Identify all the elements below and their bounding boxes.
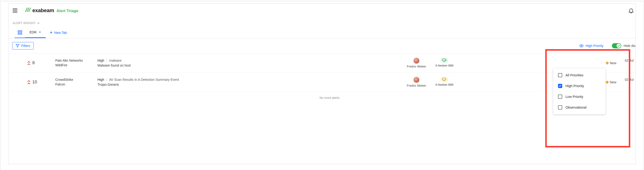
alert-row[interactable]: 10 CrowdStrike Falcon High AV Scan Resul… (8, 73, 636, 92)
priority-option-label: High Priority (566, 84, 584, 88)
priority-option-all[interactable]: All Priorities (553, 70, 605, 81)
device-icon[interactable] (440, 58, 448, 63)
svg-rect-3 (20, 33, 22, 34)
priority-menu: All Priorities High Priority Low Priorit… (553, 68, 605, 114)
entity-user: Fredric Weber (407, 84, 426, 87)
svg-point-4 (581, 45, 582, 46)
tab-new-label: New Tab (54, 31, 67, 35)
alert-source-vendor: CrowdStrike (55, 78, 98, 82)
tab-edr[interactable]: EDR × (25, 27, 46, 38)
entity-device: It-fweber-888 (436, 83, 454, 86)
checkbox-icon (558, 94, 562, 99)
close-icon[interactable]: × (38, 30, 42, 34)
breadcrumb[interactable]: ALERT INSIGHT (8, 17, 636, 27)
alert-category: AV Scan Results In A Detection Summary E… (109, 77, 179, 82)
tab-label: EDR (30, 30, 36, 34)
checkbox-checked-icon (558, 84, 562, 88)
chevron-down-icon (37, 22, 40, 24)
brand: exabeam Alert Triage (25, 7, 78, 13)
checkbox-icon (558, 73, 562, 77)
funnel-icon (16, 44, 20, 48)
tab-strip: EDR × + New Tab (8, 27, 636, 38)
alert-row[interactable]: 8 Palo Alto Networks WildFire High malwa… (8, 54, 636, 73)
priority-option-label: Low Priority (566, 95, 583, 98)
avatar[interactable] (414, 77, 420, 83)
alert-status: New (610, 61, 616, 65)
device-icon[interactable] (440, 77, 448, 82)
svg-rect-2 (18, 33, 20, 34)
priority-option-high[interactable]: High Priority (553, 81, 605, 91)
notifications-icon[interactable] (628, 7, 634, 13)
svg-rect-1 (20, 31, 22, 32)
avatar[interactable] (414, 58, 420, 64)
alert-score: 8 (32, 61, 35, 65)
alert-time: 14: (625, 63, 636, 68)
severity-up-icon (27, 80, 30, 85)
priority-option-label: Observational (566, 105, 586, 109)
alert-date: 02 Jul (625, 58, 636, 63)
status-dot-icon (606, 61, 609, 65)
alert-score: 10 (32, 80, 37, 85)
check-icon (617, 44, 620, 47)
alert-source-vendor: Palo Alto Networks (55, 58, 98, 63)
hide-dismissed-toggle[interactable] (612, 43, 621, 48)
hide-dismissed-control: Hide dismissed (612, 43, 636, 48)
alert-severity: High (98, 58, 104, 63)
grid-icon (18, 30, 22, 35)
alert-title: Trojan.Generic (98, 82, 407, 87)
filters-label: Filters (21, 44, 30, 48)
breadcrumb-label: ALERT INSIGHT (13, 21, 36, 25)
plus-icon: + (50, 30, 52, 35)
severity-up-icon (27, 61, 30, 65)
brand-logo-icon (25, 7, 31, 12)
svg-rect-0 (18, 31, 20, 32)
svg-rect-6 (442, 78, 446, 80)
no-more-alerts: No more alerts (8, 92, 636, 104)
priority-filter-label: High Priority (586, 44, 604, 48)
priority-option-low[interactable]: Low Priority (553, 91, 605, 102)
entity-user: Fredric Weber (407, 65, 426, 68)
alert-source-product: Falcon (55, 82, 98, 87)
hamburger-menu[interactable] (13, 7, 19, 14)
svg-point-7 (446, 79, 446, 80)
hide-dismissed-label: Hide dismissed (624, 44, 636, 48)
checkbox-icon (558, 105, 562, 109)
eye-icon (579, 43, 584, 48)
tab-new[interactable]: + New Tab (46, 27, 71, 38)
svg-rect-5 (442, 59, 446, 61)
tab-grid-view[interactable] (14, 27, 25, 38)
priority-option-observational[interactable]: Observational (553, 102, 605, 113)
alert-title: Malware found on host (98, 63, 407, 68)
status-dot-icon (606, 80, 609, 84)
brand-name: exabeam (32, 7, 54, 13)
priority-option-label: All Priorities (566, 73, 584, 77)
alert-severity: High (98, 77, 104, 82)
filters-button[interactable]: Filters (12, 42, 34, 50)
entity-device: It-fweber-888 (436, 64, 454, 67)
alert-status: New (610, 80, 616, 84)
alert-category: malware (109, 58, 122, 63)
alert-date: 02 Jul (625, 77, 636, 82)
brand-product: Alert Triage (56, 9, 78, 13)
priority-filter-dropdown[interactable]: High Priority (579, 43, 604, 48)
alert-time: 11 (625, 82, 636, 87)
alert-source-product: WildFire (55, 63, 98, 68)
